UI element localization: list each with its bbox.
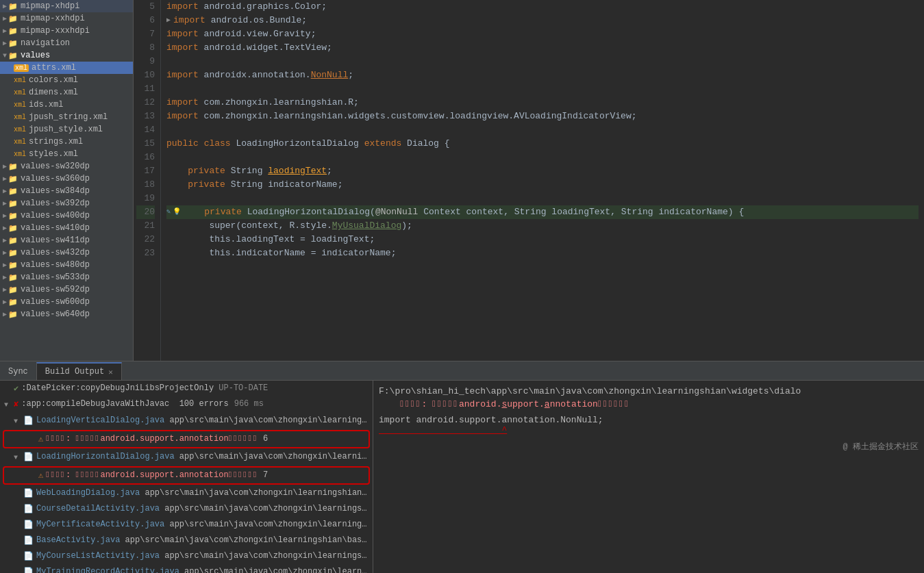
build-output-detail: F:\pro\shian_hi_tech\app\src\main\java\c… (373, 381, 924, 573)
sidebar-item-jpush-style-xml[interactable]: xml jpush_style.xml (0, 123, 133, 136)
code-line (166, 192, 919, 205)
sidebar-item-label: mipmap-xhdpi (21, 1, 79, 11)
folder-icon: 📁 (8, 14, 18, 23)
folder-icon: 📁 (8, 298, 18, 307)
code-line (166, 55, 919, 68)
sidebar-item-ids-xml[interactable]: xml ids.xml (0, 99, 133, 111)
expand-arrow[interactable]: ▶ (3, 39, 7, 47)
tab-build-output[interactable]: Build Output ✕ (36, 362, 122, 380)
build-item-text: MyTrainingRecordActivity.java app\src\ma… (36, 565, 369, 573)
build-item-webloading[interactable]: 📄 WebLoadingDialog.java app\src\main\jav… (0, 485, 373, 501)
build-item-loading-vertical[interactable]: ▼ 📄 LoadingVerticalDialog.java app\src\m… (0, 413, 373, 429)
tab-sync[interactable]: Sync (0, 362, 36, 380)
xml-icon: xml (14, 89, 26, 97)
expand-arrow[interactable]: ▶ (3, 14, 7, 23)
code-line: this.laodingText = loadingText; (166, 233, 919, 246)
sidebar-item-values-sw432dp[interactable]: ▶ 📁 values-sw432dp (0, 246, 133, 259)
sidebar-item-values-sw533dp[interactable]: ▶ 📁 values-sw533dp (0, 271, 133, 283)
code-line: import com.zhongxin.learningshian.R; (166, 96, 919, 110)
build-item-datepicker[interactable]: ✔ :DatePicker:copyDebugJniLibsProjectOnl… (0, 381, 373, 396)
sidebar-item-label: styles.xml (29, 149, 78, 159)
build-item-text: WebLoadingDialog.java app\src\main\java\… (36, 487, 369, 499)
file-icon: 📄 (23, 519, 34, 531)
folder-icon: 📁 (8, 224, 18, 233)
sidebar-item-label: values-sw640dp (21, 309, 90, 319)
warning-icon: ⚠ (38, 433, 43, 446)
build-right-code: import android.support.annotation.NonNul… (379, 415, 919, 435)
sidebar-item-colors-xml[interactable]: xml colors.xml (0, 74, 133, 86)
build-item-loading-horizontal-error[interactable]: ⚠ : android.support.annotation… (3, 466, 370, 485)
build-item-mytrainingrecord[interactable]: 📄 MyTrainingRecordActivity.java app\src\… (0, 564, 373, 573)
close-icon[interactable]: ✕ (108, 368, 113, 377)
sidebar-item-values-sw640dp[interactable]: ▶ 📁 values-sw640dp (0, 308, 133, 320)
code-editor: 5 6 7 8 9 10 11 12 13 14 15 16 17 18 19 … (134, 0, 924, 361)
sidebar-item-label: values-sw600dp (21, 297, 90, 307)
sidebar-item-strings-xml[interactable]: xml strings.xml (0, 136, 133, 148)
success-icon: ✔ (14, 383, 18, 395)
sidebar-item-values-sw360dp[interactable]: ▶ 📁 values-sw360dp (0, 173, 133, 185)
xml-icon: xml (14, 151, 26, 158)
expand-arrow[interactable]: ▶ (3, 187, 7, 195)
tab-build-output-label: Build Output (45, 367, 104, 377)
code-line: this.indicatorName = indicatorName; (166, 246, 919, 260)
build-item-mycertificate[interactable]: 📄 MyCertificateActivity.java app\src\mai… (0, 517, 373, 533)
expand-arrow[interactable]: ▶ (3, 273, 7, 281)
code-line: import android.widget.TextView; (166, 41, 919, 55)
sidebar-item-values-sw411dp[interactable]: ▶ 📁 values-sw411dp (0, 234, 133, 246)
sidebar-item-values-sw384dp[interactable]: ▶ 📁 values-sw384dp (0, 185, 133, 197)
sidebar-item-label: values-sw411dp (21, 235, 90, 245)
sidebar-item-values[interactable]: ▼ 📁 values (0, 49, 133, 62)
sidebar-item-dimens-xml[interactable]: xml dimens.xml (0, 86, 133, 99)
folder-icon: 📁 (8, 310, 18, 319)
expand-arrow[interactable]: ▶ (3, 199, 7, 207)
expand-arrow[interactable]: ▶ (3, 236, 7, 244)
build-item-text: : android.support.annotation… (46, 433, 364, 445)
folder-icon: 📁 (8, 175, 18, 183)
sidebar-item-label: navigation (21, 38, 70, 48)
sidebar-item-navigation[interactable]: ▶ 📁 navigation (0, 37, 133, 49)
warning-icon: ⚠ (38, 470, 43, 482)
sidebar-item-mipmap-xxxhdpi[interactable]: ▶ 📁 mipmap-xxxhdpi (0, 25, 133, 37)
expand-arrow[interactable]: ▶ (3, 261, 7, 269)
sidebar-item-label: values-sw384dp (21, 186, 90, 196)
expand-arrow[interactable]: ▶ (3, 27, 7, 35)
expand-arrow[interactable]: ▶ (3, 249, 7, 257)
folder-icon: 📁 (8, 199, 18, 208)
line-numbers: 5 6 7 8 9 10 11 12 13 14 15 16 17 18 19 … (134, 0, 161, 361)
build-item-mycourselist[interactable]: 📄 MyCourseListActivity.java app\src\main… (0, 548, 373, 564)
sidebar-item-values-sw480dp[interactable]: ▶ 📁 values-sw480dp (0, 259, 133, 271)
sidebar-item-mipmap-xhdpi[interactable]: ▶ 📁 mipmap-xhdpi (0, 0, 133, 12)
build-item-loading-horizontal[interactable]: ▼ 📄 LoadingHorizontalDialog.java app\src… (0, 449, 373, 466)
build-item-coursedetail[interactable]: 📄 CourseDetailActivity.java app\src\main… (0, 501, 373, 517)
build-item-text: : android.support.annotation… (46, 469, 364, 481)
sidebar-item-attrs-xml[interactable]: xml attrs.xml (0, 62, 133, 74)
sidebar-item-values-sw320dp[interactable]: ▶ 📁 values-sw320dp (0, 160, 133, 173)
expand-arrow[interactable]: ▼ (3, 52, 7, 60)
sidebar-item-jpush-string-xml[interactable]: xml jpush_string.xml (0, 111, 133, 123)
sidebar-item-values-sw400dp[interactable]: ▶ 📁 values-sw400dp (0, 209, 133, 222)
build-item-loading-vertical-error[interactable]: ⚠ : android.support.annotation… (3, 430, 370, 448)
expand-arrow[interactable]: ▶ (3, 298, 7, 306)
expand-arrow[interactable]: ▶ (3, 224, 7, 232)
sidebar-item-values-sw392dp[interactable]: ▶ 📁 values-sw392dp (0, 197, 133, 209)
build-item-app-compile[interactable]: ▼ ✘ :app:compileDebugJavaWithJavac 100 e… (0, 396, 373, 413)
build-item-text: CourseDetailActivity.java app\src\main\j… (36, 502, 369, 515)
folder-icon: 📁 (8, 212, 18, 220)
watermark: @ 稀土掘金技术社区 (379, 441, 919, 453)
sidebar-item-values-sw410dp[interactable]: ▶ 📁 values-sw410dp (0, 222, 133, 234)
build-item-baseactivity[interactable]: 📄 BaseActivity.java app\src\main\java\co… (0, 533, 373, 548)
expand-arrow[interactable]: ▶ (3, 175, 7, 183)
sidebar-item-values-sw592dp[interactable]: ▶ 📁 values-sw592dp (0, 283, 133, 296)
expand-arrow[interactable]: ▶ (3, 2, 7, 10)
file-icon: 📄 (23, 487, 34, 500)
expand-arrow[interactable]: ▶ (3, 162, 7, 170)
sidebar-item-label: values-sw432dp (21, 248, 90, 257)
sidebar-item-mipmap-xxhdpi[interactable]: ▶ 📁 mipmap-xxhdpi (0, 12, 133, 25)
expand-arrow[interactable]: ▶ (3, 310, 7, 318)
sidebar-item-values-sw600dp[interactable]: ▶ 📁 values-sw600dp (0, 296, 133, 308)
file-icon: 📄 (23, 415, 34, 427)
expand-arrow[interactable]: ▶ (3, 212, 7, 220)
sidebar-item-styles-xml[interactable]: xml styles.xml (0, 148, 133, 160)
expand-arrow[interactable]: ▶ (3, 285, 7, 294)
sidebar-item-label: values-sw533dp (21, 272, 90, 282)
